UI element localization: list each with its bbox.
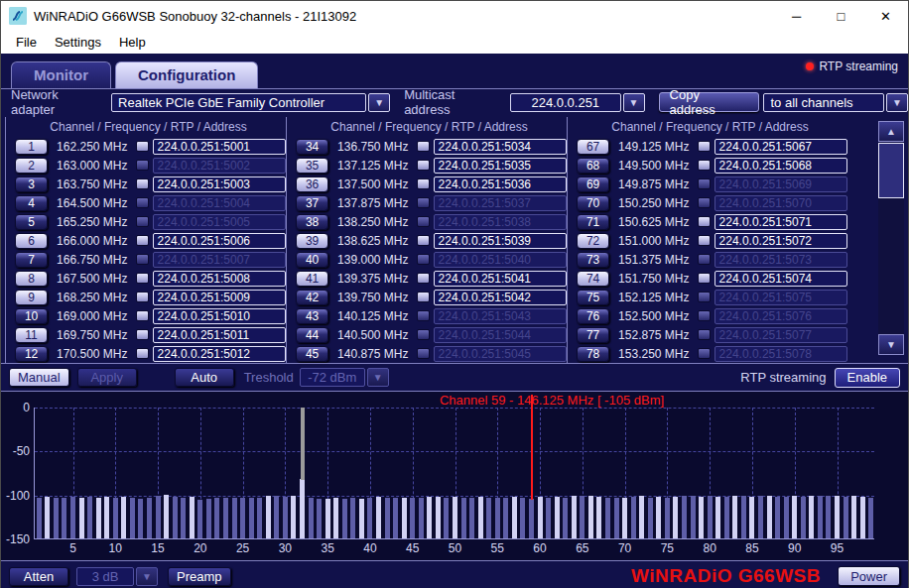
rtp-address-field-38[interactable]: 224.0.0.251:5038 xyxy=(434,214,567,230)
rtp-address-field-42[interactable]: 224.0.0.251:5042 xyxy=(434,290,567,305)
channel-button-73[interactable]: 73 xyxy=(577,252,609,268)
atten-dropdown-icon[interactable]: ▼ xyxy=(136,567,158,586)
rtp-checkbox-12[interactable] xyxy=(136,348,149,359)
rtp-address-field-40[interactable]: 224.0.0.251:5040 xyxy=(434,252,567,268)
rtp-checkbox-4[interactable] xyxy=(136,197,149,208)
channel-button-41[interactable]: 41 xyxy=(296,271,328,287)
channel-button-10[interactable]: 10 xyxy=(15,308,48,324)
network-adapter-dropdown-icon[interactable]: ▼ xyxy=(368,93,390,112)
channel-button-1[interactable]: 1 xyxy=(15,139,48,155)
rtp-checkbox-5[interactable] xyxy=(136,216,149,227)
close-button[interactable]: ✕ xyxy=(863,1,908,31)
spectrum-plot-area[interactable]: 0-50-100-1505101520253035404550556065707… xyxy=(34,408,874,539)
rtp-checkbox-77[interactable] xyxy=(698,329,711,340)
channel-button-42[interactable]: 42 xyxy=(296,290,328,305)
rtp-checkbox-43[interactable] xyxy=(417,310,430,321)
copy-target-dropdown-icon[interactable]: ▼ xyxy=(886,93,908,112)
rtp-address-field-1[interactable]: 224.0.0.251:5001 xyxy=(153,139,286,155)
channel-button-8[interactable]: 8 xyxy=(15,271,48,287)
rtp-address-field-78[interactable]: 224.0.0.251:5078 xyxy=(714,346,847,362)
channel-button-37[interactable]: 37 xyxy=(296,195,328,211)
channel-button-6[interactable]: 6 xyxy=(15,233,48,249)
rtp-address-field-72[interactable]: 224.0.0.251:5072 xyxy=(714,233,847,249)
threshold-value-field[interactable]: -72 dBm xyxy=(300,368,365,387)
rtp-address-field-10[interactable]: 224.0.0.251:5010 xyxy=(153,308,286,324)
scroll-up-icon[interactable]: ▲ xyxy=(878,121,904,142)
menu-item-settings[interactable]: Settings xyxy=(46,33,110,52)
channel-button-2[interactable]: 2 xyxy=(15,158,48,174)
rtp-checkbox-73[interactable] xyxy=(698,254,711,265)
rtp-checkbox-7[interactable] xyxy=(136,254,149,265)
atten-button[interactable]: Atten xyxy=(9,567,68,586)
rtp-address-field-75[interactable]: 224.0.0.251:5075 xyxy=(714,290,847,305)
rtp-address-field-74[interactable]: 224.0.0.251:5074 xyxy=(714,271,847,287)
rtp-address-field-4[interactable]: 224.0.0.251:5004 xyxy=(153,195,286,211)
auto-button[interactable]: Auto xyxy=(175,368,234,387)
multicast-address-select[interactable]: 224.0.0.251 xyxy=(510,93,621,112)
channel-button-69[interactable]: 69 xyxy=(577,176,609,192)
rtp-checkbox-72[interactable] xyxy=(698,235,711,246)
rtp-checkbox-6[interactable] xyxy=(136,235,149,246)
channel-button-72[interactable]: 72 xyxy=(577,233,609,249)
apply-button[interactable]: Apply xyxy=(77,368,137,387)
rtp-checkbox-37[interactable] xyxy=(417,197,430,208)
rtp-checkbox-35[interactable] xyxy=(417,160,430,171)
channel-button-68[interactable]: 68 xyxy=(577,158,609,174)
channel-button-70[interactable]: 70 xyxy=(577,195,609,211)
rtp-address-field-12[interactable]: 224.0.0.251:5012 xyxy=(153,346,286,362)
rtp-checkbox-10[interactable] xyxy=(136,310,149,321)
rtp-checkbox-39[interactable] xyxy=(417,235,430,246)
rtp-checkbox-44[interactable] xyxy=(417,329,430,340)
channel-button-67[interactable]: 67 xyxy=(577,139,609,155)
rtp-address-field-67[interactable]: 224.0.0.251:5067 xyxy=(714,139,847,155)
rtp-checkbox-68[interactable] xyxy=(698,160,711,171)
rtp-address-field-73[interactable]: 224.0.0.251:5073 xyxy=(714,252,847,268)
channel-button-12[interactable]: 12 xyxy=(15,346,48,362)
rtp-address-field-69[interactable]: 224.0.0.251:5069 xyxy=(714,176,847,192)
power-button[interactable]: Power xyxy=(838,566,900,586)
copy-address-button[interactable]: Copy address xyxy=(659,92,760,112)
preamp-button[interactable]: Preamp xyxy=(168,567,231,586)
rtp-checkbox-2[interactable] xyxy=(136,160,149,171)
rtp-checkbox-70[interactable] xyxy=(698,197,711,208)
minimize-button[interactable]: ─ xyxy=(774,1,819,31)
rtp-checkbox-71[interactable] xyxy=(698,216,711,227)
rtp-address-field-71[interactable]: 224.0.0.251:5071 xyxy=(714,214,847,230)
rtp-checkbox-42[interactable] xyxy=(417,292,430,302)
channel-button-7[interactable]: 7 xyxy=(15,252,48,268)
rtp-address-field-68[interactable]: 224.0.0.251:5068 xyxy=(714,158,847,174)
rtp-checkbox-69[interactable] xyxy=(698,178,711,189)
atten-value-field[interactable]: 3 dB xyxy=(76,567,134,586)
channel-button-9[interactable]: 9 xyxy=(15,290,48,305)
rtp-address-field-77[interactable]: 224.0.0.251:5077 xyxy=(714,327,847,343)
rtp-checkbox-75[interactable] xyxy=(698,292,711,302)
rtp-address-field-6[interactable]: 224.0.0.251:5006 xyxy=(153,233,286,249)
channel-button-11[interactable]: 11 xyxy=(15,327,48,343)
copy-target-select[interactable]: to all channels xyxy=(763,93,884,112)
channel-button-38[interactable]: 38 xyxy=(296,214,328,230)
rtp-address-field-9[interactable]: 224.0.0.251:5009 xyxy=(153,290,286,305)
rtp-address-field-35[interactable]: 224.0.0.251:5035 xyxy=(434,158,567,174)
scroll-down-icon[interactable]: ▼ xyxy=(878,334,904,355)
channel-button-40[interactable]: 40 xyxy=(296,252,328,268)
rtp-checkbox-1[interactable] xyxy=(136,141,149,152)
channel-button-77[interactable]: 77 xyxy=(577,327,609,343)
rtp-address-field-8[interactable]: 224.0.0.251:5008 xyxy=(153,271,286,287)
rtp-address-field-7[interactable]: 224.0.0.251:5007 xyxy=(153,252,286,268)
rtp-checkbox-34[interactable] xyxy=(417,141,430,152)
channel-button-78[interactable]: 78 xyxy=(577,346,609,362)
menu-item-file[interactable]: File xyxy=(7,33,46,52)
rtp-address-field-36[interactable]: 224.0.0.251:5036 xyxy=(434,176,567,192)
rtp-checkbox-74[interactable] xyxy=(698,273,711,284)
channel-button-4[interactable]: 4 xyxy=(15,195,48,211)
rtp-checkbox-9[interactable] xyxy=(136,292,149,302)
channel-button-35[interactable]: 35 xyxy=(296,158,328,174)
maximize-button[interactable]: □ xyxy=(819,1,863,31)
rtp-checkbox-8[interactable] xyxy=(136,273,149,284)
rtp-address-field-2[interactable]: 224.0.0.251:5002 xyxy=(153,158,286,174)
rtp-address-field-5[interactable]: 224.0.0.251:5005 xyxy=(153,214,286,230)
rtp-checkbox-11[interactable] xyxy=(136,329,149,340)
rtp-address-field-11[interactable]: 224.0.0.251:5011 xyxy=(153,327,286,343)
tab-configuration[interactable]: Configuration xyxy=(115,61,258,88)
channel-button-44[interactable]: 44 xyxy=(296,327,328,343)
